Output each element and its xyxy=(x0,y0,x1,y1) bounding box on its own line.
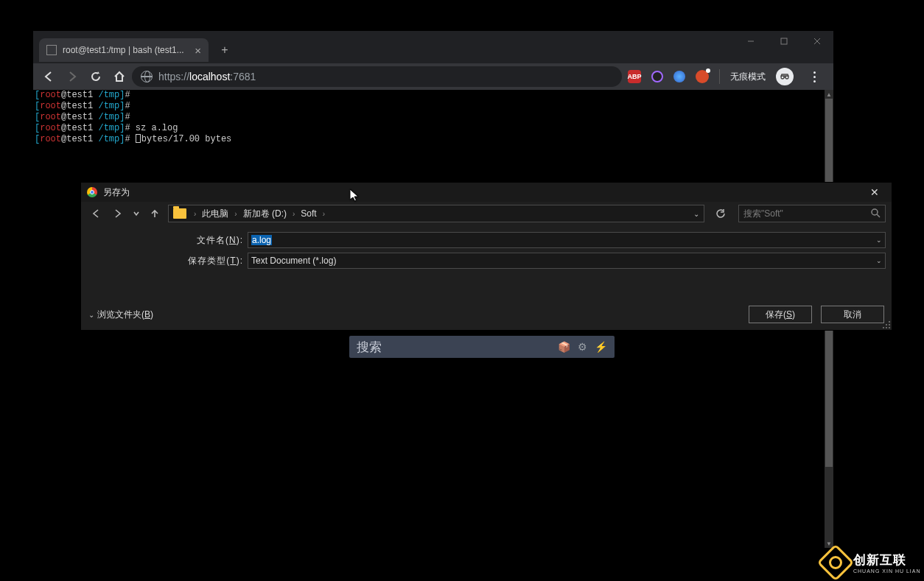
dialog-nav-bar: › 此电脑 › 新加卷 (D:) › Soft › ⌄ 搜索"Soft" xyxy=(81,202,892,225)
resize-grip[interactable] xyxy=(883,321,890,328)
svg-line-5 xyxy=(877,214,880,217)
browser-toolbar: https://localhost:7681 ABP 无痕模式 xyxy=(33,63,833,90)
chevron-right-icon: › xyxy=(290,210,298,218)
window-caption xyxy=(734,31,833,57)
scroll-up-icon[interactable]: ▲ xyxy=(825,90,833,99)
svg-rect-1 xyxy=(781,38,787,44)
dialog-footer: ⌄ 浏览文件夹(B) 保存(S) 取消 xyxy=(81,299,892,330)
dialog-titlebar[interactable]: 另存为 ✕ xyxy=(81,183,892,202)
chevron-right-icon: › xyxy=(231,210,239,218)
filetype-select[interactable]: Text Document (*.log) ⌄ xyxy=(248,253,886,269)
browse-folders-toggle[interactable]: ⌄ 浏览文件夹(B) xyxy=(88,309,153,321)
filetype-label: 保存类型(T): xyxy=(87,255,248,267)
url-text: https://localhost:7681 xyxy=(158,71,256,82)
chevron-right-icon: › xyxy=(191,210,199,218)
dialog-close-button[interactable]: ✕ xyxy=(864,186,886,198)
dialog-forward-button[interactable] xyxy=(109,205,127,222)
floating-search-bar[interactable]: 搜索 📦 ⚙ ⚡ xyxy=(349,336,615,358)
filename-input[interactable]: a.log ⌄ xyxy=(248,232,886,248)
nav-forward-button[interactable] xyxy=(61,66,83,88)
save-button[interactable]: 保存(S) xyxy=(749,306,812,323)
cancel-button[interactable]: 取消 xyxy=(821,306,884,323)
filename-value: a.log xyxy=(251,235,272,245)
extension-abp-icon[interactable]: ABP xyxy=(628,70,641,83)
tab-favicon xyxy=(46,45,57,55)
chevron-down-icon[interactable]: ⌄ xyxy=(876,236,882,244)
chevron-down-icon[interactable]: ⌄ xyxy=(876,257,882,264)
extension-globe-icon[interactable] xyxy=(673,71,685,82)
extension-weibo-icon[interactable] xyxy=(696,70,709,83)
chevron-down-icon: ⌄ xyxy=(88,311,94,319)
dialog-recent-dropdown[interactable] xyxy=(131,205,141,222)
window-close-button[interactable] xyxy=(800,31,833,52)
breadcrumb-item[interactable]: 此电脑 xyxy=(199,208,231,220)
dialog-refresh-button[interactable] xyxy=(712,205,729,222)
filename-row: 文件名(N): a.log ⌄ xyxy=(81,230,892,250)
floating-search-placeholder: 搜索 xyxy=(357,339,382,356)
nav-reload-button[interactable] xyxy=(85,66,107,88)
watermark-mark-icon xyxy=(817,544,855,581)
filetype-value: Text Document (*.log) xyxy=(251,256,336,266)
tab-strip: root@test1:/tmp | bash (test1... × + xyxy=(33,37,235,63)
watermark-text-cn: 创新互联 xyxy=(853,552,921,568)
watermark-text-en: CHUANG XIN HU LIAN xyxy=(853,568,921,574)
bolt-icon[interactable]: ⚡ xyxy=(595,341,607,353)
browser-menu-button[interactable] xyxy=(804,66,825,87)
breadcrumb-bar[interactable]: › 此电脑 › 新加卷 (D:) › Soft › ⌄ xyxy=(168,205,704,222)
dialog-title: 另存为 xyxy=(103,186,130,199)
package-icon[interactable]: 📦 xyxy=(558,341,570,353)
filetype-row: 保存类型(T): Text Document (*.log) ⌄ xyxy=(81,250,892,271)
incognito-icon[interactable] xyxy=(776,68,794,85)
breadcrumb-item[interactable]: Soft xyxy=(298,208,319,219)
site-info-icon[interactable] xyxy=(141,71,153,82)
breadcrumb-dropdown[interactable]: ⌄ xyxy=(689,210,704,218)
folder-icon xyxy=(173,208,186,219)
gear-icon[interactable]: ⚙ xyxy=(578,341,587,353)
window-maximize-button[interactable] xyxy=(767,31,800,52)
new-tab-button[interactable]: + xyxy=(214,40,235,60)
save-as-dialog: 另存为 ✕ › 此电脑 › 新加卷 (D:) › Soft › ⌄ 搜索"Sof… xyxy=(81,183,892,330)
extension-circle-icon[interactable] xyxy=(651,71,663,82)
dialog-up-button[interactable] xyxy=(146,205,164,222)
browser-tab[interactable]: root@test1:/tmp | bash (test1... × xyxy=(39,38,209,62)
tab-close-button[interactable]: × xyxy=(195,44,201,57)
toolbar-divider xyxy=(719,69,720,84)
chevron-right-icon: › xyxy=(320,210,328,218)
breadcrumb-item[interactable]: 新加卷 (D:) xyxy=(240,208,290,220)
search-placeholder: 搜索"Soft" xyxy=(743,208,783,220)
dialog-back-button[interactable] xyxy=(87,205,105,222)
watermark-logo: 创新互联 CHUANG XIN HU LIAN xyxy=(822,544,924,581)
search-icon xyxy=(870,208,881,220)
floating-search-icons: 📦 ⚙ ⚡ xyxy=(558,341,607,353)
dialog-search-input[interactable]: 搜索"Soft" xyxy=(738,205,886,222)
incognito-label: 无痕模式 xyxy=(730,71,766,83)
tab-title: root@test1:/tmp | bash (test1... xyxy=(63,45,189,55)
window-minimize-button[interactable] xyxy=(734,31,767,52)
chrome-logo-icon xyxy=(87,187,97,197)
nav-back-button[interactable] xyxy=(38,66,60,88)
address-bar[interactable]: https://localhost:7681 xyxy=(132,66,622,87)
filename-label: 文件名(N): xyxy=(87,234,248,247)
toolbar-right: ABP 无痕模式 xyxy=(623,66,829,87)
nav-home-button[interactable] xyxy=(108,66,130,88)
svg-point-4 xyxy=(872,209,878,215)
